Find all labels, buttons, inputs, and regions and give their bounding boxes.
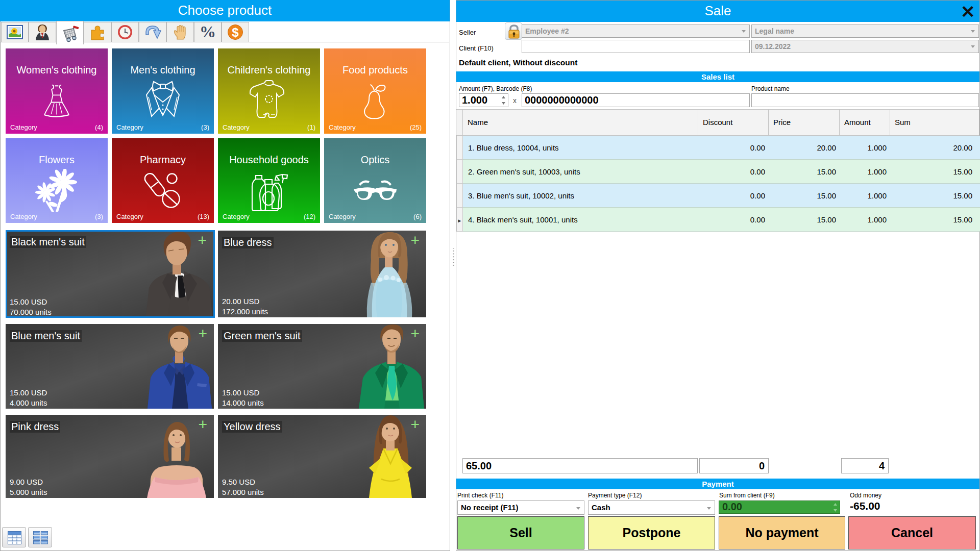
- svg-text:%: %: [200, 24, 216, 40]
- svg-text:$: $: [232, 26, 239, 39]
